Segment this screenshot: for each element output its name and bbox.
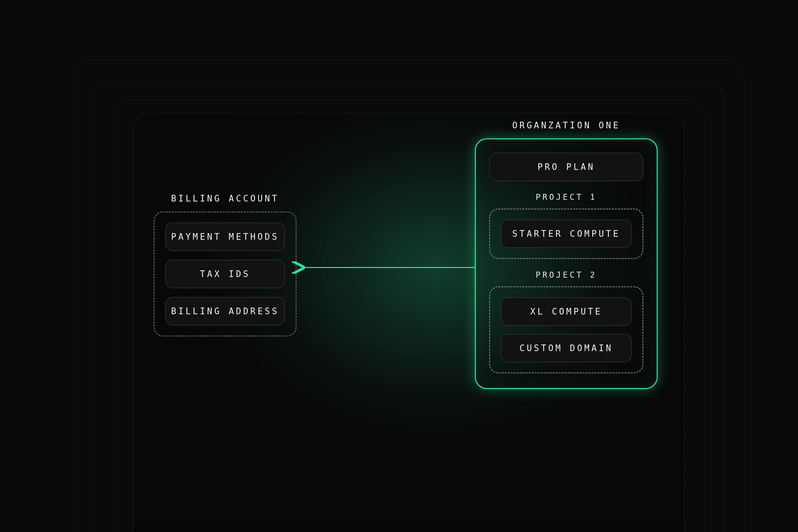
- billing-item-billing-address: BILLING ADDRESS: [165, 297, 285, 325]
- organization-group: ORGANZATION ONE PRO PLAN PROJECT 1 START…: [475, 120, 658, 389]
- organization-title: ORGANZATION ONE: [512, 120, 621, 130]
- project-2-group: PROJECT 2 XL COMPUTE CUSTOM DOMAIN: [489, 270, 643, 374]
- project-2-title: PROJECT 2: [489, 270, 643, 280]
- project-1-group: PROJECT 1 STARTER COMPUTE: [489, 192, 643, 259]
- organization-box: PRO PLAN PROJECT 1 STARTER COMPUTE PROJE…: [475, 138, 658, 389]
- project-1-title: PROJECT 1: [489, 192, 643, 202]
- main-panel: BILLING ACCOUNT PAYMENT METHODS TAX IDS …: [133, 113, 685, 532]
- organization-plan: PRO PLAN: [489, 153, 643, 181]
- billing-account-box: PAYMENT METHODS TAX IDS BILLING ADDRESS: [154, 211, 297, 337]
- billing-item-tax-ids: TAX IDS: [165, 260, 285, 288]
- billing-item-payment-methods: PAYMENT METHODS: [165, 223, 285, 251]
- diagram-stage: BILLING ACCOUNT PAYMENT METHODS TAX IDS …: [0, 0, 798, 532]
- project-2-item-custom-domain: CUSTOM DOMAIN: [501, 334, 632, 362]
- project-2-item-xl-compute: XL COMPUTE: [501, 297, 632, 326]
- project-2-box: XL COMPUTE CUSTOM DOMAIN: [489, 286, 643, 374]
- project-1-box: STARTER COMPUTE: [489, 208, 643, 259]
- project-1-item-starter-compute: STARTER COMPUTE: [501, 220, 632, 248]
- billing-account-title: BILLING ACCOUNT: [171, 193, 279, 204]
- billing-account-group: BILLING ACCOUNT PAYMENT METHODS TAX IDS …: [154, 193, 297, 337]
